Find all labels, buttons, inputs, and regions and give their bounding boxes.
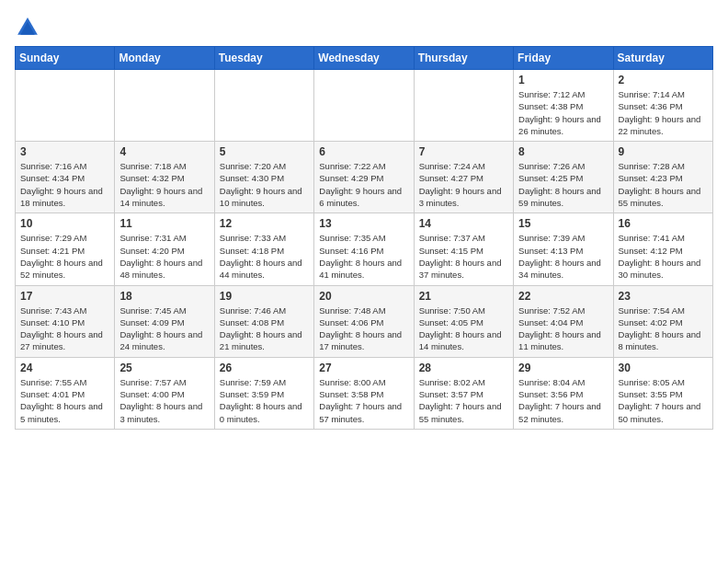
day-number: 15	[518, 217, 608, 230]
day-number: 26	[220, 362, 309, 374]
calendar-cell-1-5: 8Sunrise: 7:26 AM Sunset: 4:25 PM Daylig…	[514, 142, 613, 213]
day-info: Sunrise: 7:12 AM Sunset: 4:38 PM Dayligh…	[518, 88, 608, 137]
day-number: 23	[619, 290, 708, 303]
day-number: 13	[319, 217, 408, 230]
calendar-week-1: 3Sunrise: 7:16 AM Sunset: 4:34 PM Daylig…	[16, 142, 713, 213]
day-info: Sunrise: 7:37 AM Sunset: 4:15 PM Dayligh…	[419, 232, 508, 281]
day-info: Sunrise: 7:31 AM Sunset: 4:20 PM Dayligh…	[119, 232, 209, 281]
calendar-cell-4-6: 30Sunrise: 8:05 AM Sunset: 3:55 PM Dayli…	[613, 357, 712, 429]
calendar-cell-2-2: 12Sunrise: 7:33 AM Sunset: 4:18 PM Dayli…	[214, 213, 313, 285]
calendar-week-3: 17Sunrise: 7:43 AM Sunset: 4:10 PM Dayli…	[16, 285, 713, 357]
day-number: 16	[619, 217, 708, 230]
calendar-cell-3-4: 21Sunrise: 7:50 AM Sunset: 4:05 PM Dayli…	[414, 285, 513, 357]
day-number: 28	[419, 362, 508, 374]
day-number: 4	[119, 145, 209, 158]
day-number: 25	[119, 362, 209, 374]
calendar-cell-0-5: 1Sunrise: 7:12 AM Sunset: 4:38 PM Daylig…	[514, 70, 613, 142]
day-number: 8	[518, 145, 608, 158]
day-info: Sunrise: 7:41 AM Sunset: 4:12 PM Dayligh…	[619, 232, 708, 281]
day-number: 18	[119, 290, 209, 303]
day-number: 20	[319, 290, 408, 303]
calendar: SundayMondayTuesdayWednesdayThursdayFrid…	[15, 46, 713, 430]
calendar-cell-3-1: 18Sunrise: 7:45 AM Sunset: 4:09 PM Dayli…	[115, 285, 214, 357]
calendar-cell-2-0: 10Sunrise: 7:29 AM Sunset: 4:21 PM Dayli…	[16, 213, 115, 285]
calendar-week-2: 10Sunrise: 7:29 AM Sunset: 4:21 PM Dayli…	[16, 213, 713, 285]
day-info: Sunrise: 7:20 AM Sunset: 4:30 PM Dayligh…	[220, 160, 309, 209]
day-info: Sunrise: 7:59 AM Sunset: 3:59 PM Dayligh…	[220, 376, 309, 425]
calendar-cell-1-1: 4Sunrise: 7:18 AM Sunset: 4:32 PM Daylig…	[115, 142, 214, 213]
header-wednesday: Wednesday	[314, 47, 414, 70]
day-info: Sunrise: 8:02 AM Sunset: 3:57 PM Dayligh…	[419, 376, 508, 425]
calendar-cell-1-6: 9Sunrise: 7:28 AM Sunset: 4:23 PM Daylig…	[613, 142, 712, 213]
day-number: 1	[518, 74, 608, 86]
day-info: Sunrise: 7:14 AM Sunset: 4:36 PM Dayligh…	[619, 88, 708, 137]
calendar-cell-3-5: 22Sunrise: 7:52 AM Sunset: 4:04 PM Dayli…	[514, 285, 613, 357]
header-thursday: Thursday	[414, 47, 513, 70]
day-number: 29	[518, 362, 608, 374]
day-number: 17	[20, 290, 109, 303]
calendar-cell-2-6: 16Sunrise: 7:41 AM Sunset: 4:12 PM Dayli…	[613, 213, 712, 285]
calendar-cell-3-2: 19Sunrise: 7:46 AM Sunset: 4:08 PM Dayli…	[214, 285, 313, 357]
calendar-cell-0-3	[314, 70, 414, 142]
day-info: Sunrise: 7:57 AM Sunset: 4:00 PM Dayligh…	[119, 376, 209, 425]
calendar-cell-0-1	[115, 70, 214, 142]
day-number: 6	[319, 145, 408, 158]
day-number: 30	[619, 362, 708, 374]
calendar-cell-2-3: 13Sunrise: 7:35 AM Sunset: 4:16 PM Dayli…	[314, 213, 414, 285]
calendar-cell-4-2: 26Sunrise: 7:59 AM Sunset: 3:59 PM Dayli…	[214, 357, 313, 429]
day-info: Sunrise: 7:50 AM Sunset: 4:05 PM Dayligh…	[419, 304, 508, 353]
logo-icon	[15, 15, 40, 40]
calendar-cell-4-3: 27Sunrise: 8:00 AM Sunset: 3:58 PM Dayli…	[314, 357, 414, 429]
day-info: Sunrise: 7:46 AM Sunset: 4:08 PM Dayligh…	[220, 304, 309, 353]
calendar-cell-4-1: 25Sunrise: 7:57 AM Sunset: 4:00 PM Dayli…	[115, 357, 214, 429]
day-number: 19	[220, 290, 309, 303]
calendar-cell-1-3: 6Sunrise: 7:22 AM Sunset: 4:29 PM Daylig…	[314, 142, 414, 213]
day-number: 9	[619, 145, 708, 158]
header-sunday: Sunday	[16, 47, 115, 70]
day-number: 24	[20, 362, 109, 374]
day-info: Sunrise: 7:43 AM Sunset: 4:10 PM Dayligh…	[20, 304, 109, 353]
day-info: Sunrise: 7:16 AM Sunset: 4:34 PM Dayligh…	[20, 160, 109, 209]
day-info: Sunrise: 7:18 AM Sunset: 4:32 PM Dayligh…	[119, 160, 209, 209]
header-tuesday: Tuesday	[214, 47, 313, 70]
day-info: Sunrise: 7:55 AM Sunset: 4:01 PM Dayligh…	[20, 376, 109, 425]
calendar-cell-2-5: 15Sunrise: 7:39 AM Sunset: 4:13 PM Dayli…	[514, 213, 613, 285]
logo	[15, 15, 44, 40]
calendar-cell-2-1: 11Sunrise: 7:31 AM Sunset: 4:20 PM Dayli…	[115, 213, 214, 285]
calendar-cell-0-2	[214, 70, 313, 142]
day-info: Sunrise: 7:22 AM Sunset: 4:29 PM Dayligh…	[319, 160, 408, 209]
calendar-week-4: 24Sunrise: 7:55 AM Sunset: 4:01 PM Dayli…	[16, 357, 713, 429]
day-number: 7	[419, 145, 508, 158]
header-saturday: Saturday	[613, 47, 712, 70]
day-info: Sunrise: 7:35 AM Sunset: 4:16 PM Dayligh…	[319, 232, 408, 281]
calendar-cell-3-3: 20Sunrise: 7:48 AM Sunset: 4:06 PM Dayli…	[314, 285, 414, 357]
day-number: 27	[319, 362, 408, 374]
day-number: 22	[518, 290, 608, 303]
day-number: 14	[419, 217, 508, 230]
day-number: 3	[20, 145, 109, 158]
header-monday: Monday	[115, 47, 214, 70]
calendar-cell-1-0: 3Sunrise: 7:16 AM Sunset: 4:34 PM Daylig…	[16, 142, 115, 213]
day-info: Sunrise: 7:39 AM Sunset: 4:13 PM Dayligh…	[518, 232, 608, 281]
calendar-cell-3-0: 17Sunrise: 7:43 AM Sunset: 4:10 PM Dayli…	[16, 285, 115, 357]
calendar-cell-0-4	[414, 70, 513, 142]
header	[15, 15, 713, 40]
day-info: Sunrise: 7:24 AM Sunset: 4:27 PM Dayligh…	[419, 160, 508, 209]
day-number: 21	[419, 290, 508, 303]
calendar-cell-0-6: 2Sunrise: 7:14 AM Sunset: 4:36 PM Daylig…	[613, 70, 712, 142]
calendar-cell-1-4: 7Sunrise: 7:24 AM Sunset: 4:27 PM Daylig…	[414, 142, 513, 213]
day-info: Sunrise: 7:54 AM Sunset: 4:02 PM Dayligh…	[619, 304, 708, 353]
day-number: 5	[220, 145, 309, 158]
day-number: 10	[20, 217, 109, 230]
day-info: Sunrise: 7:48 AM Sunset: 4:06 PM Dayligh…	[319, 304, 408, 353]
day-info: Sunrise: 8:04 AM Sunset: 3:56 PM Dayligh…	[518, 376, 608, 425]
header-friday: Friday	[514, 47, 613, 70]
day-info: Sunrise: 7:29 AM Sunset: 4:21 PM Dayligh…	[20, 232, 109, 281]
calendar-header-row: SundayMondayTuesdayWednesdayThursdayFrid…	[16, 47, 713, 70]
calendar-cell-4-4: 28Sunrise: 8:02 AM Sunset: 3:57 PM Dayli…	[414, 357, 513, 429]
day-info: Sunrise: 7:33 AM Sunset: 4:18 PM Dayligh…	[220, 232, 309, 281]
calendar-cell-4-5: 29Sunrise: 8:04 AM Sunset: 3:56 PM Dayli…	[514, 357, 613, 429]
calendar-week-0: 1Sunrise: 7:12 AM Sunset: 4:38 PM Daylig…	[16, 70, 713, 142]
calendar-cell-4-0: 24Sunrise: 7:55 AM Sunset: 4:01 PM Dayli…	[16, 357, 115, 429]
calendar-cell-1-2: 5Sunrise: 7:20 AM Sunset: 4:30 PM Daylig…	[214, 142, 313, 213]
